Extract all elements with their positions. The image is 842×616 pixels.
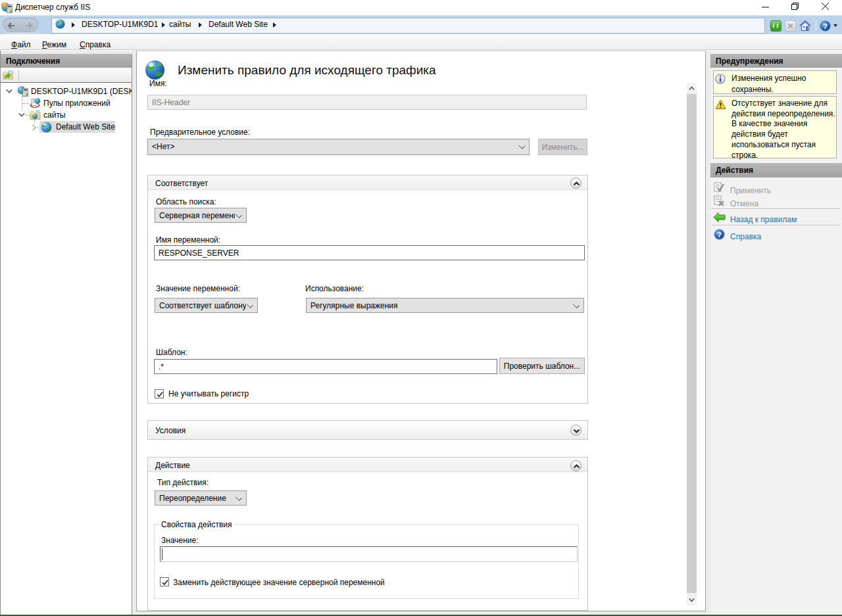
svg-text:?: ?: [717, 231, 722, 239]
svg-text:?: ?: [823, 22, 828, 30]
